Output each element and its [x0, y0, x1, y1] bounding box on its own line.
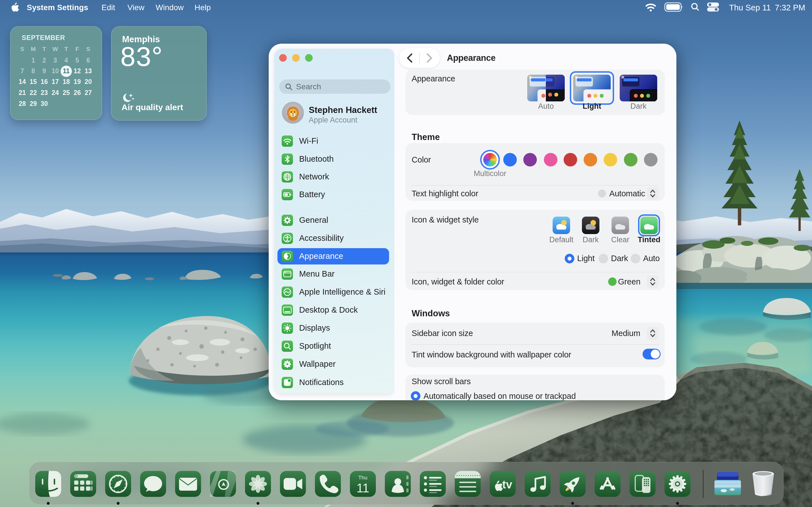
svg-text:11: 11 — [356, 481, 369, 495]
svg-text:tv: tv — [502, 478, 512, 491]
svg-text:Thu: Thu — [358, 474, 368, 481]
